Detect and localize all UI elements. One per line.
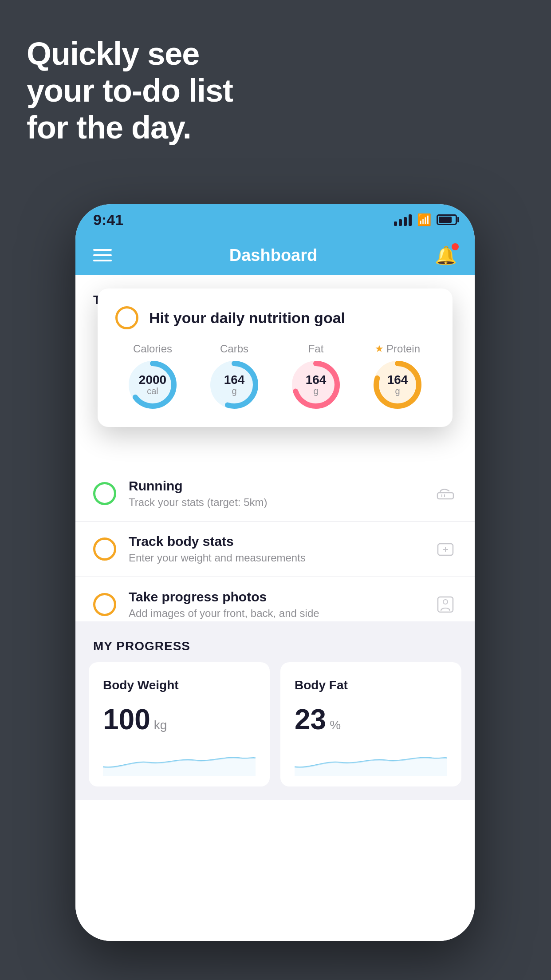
phone-frame: 9:41 📶 Dashboard 🔔 THINGS TO DO TODAY (75, 204, 475, 941)
todo-subtitle: Enter your weight and measurements (129, 552, 306, 564)
nutrition-card-title: Hit your daily nutrition goal (149, 309, 345, 327)
status-time: 9:41 (93, 211, 123, 229)
metric-label: Calories (133, 343, 172, 355)
headline-line2: your to-do list (27, 73, 233, 108)
progress-number: 100 (103, 703, 150, 736)
donut-center: 2000 cal (139, 374, 166, 396)
nutrition-metric: Fat 164 g (291, 343, 340, 409)
progress-unit: kg (154, 718, 167, 732)
donut-unit: g (306, 386, 327, 396)
progress-card[interactable]: Body Weight 100 kg (89, 662, 270, 786)
app-content: THINGS TO DO TODAY Hit your daily nutrit… (75, 275, 475, 941)
donut-value: 164 (306, 374, 327, 386)
battery-icon (437, 214, 457, 225)
metric-label: Carbs (220, 343, 248, 355)
progress-value: 23 % (295, 703, 447, 736)
nav-bar: Dashboard 🔔 (75, 235, 475, 275)
nutrition-metric: Calories 2000 cal (128, 343, 177, 409)
todo-icon (434, 482, 457, 505)
star-icon: ★ (375, 343, 384, 355)
donut-center: 164 g (387, 374, 408, 396)
todo-title: Running (129, 478, 268, 494)
svg-point-15 (443, 600, 448, 604)
donut-chart: 2000 cal (128, 360, 177, 409)
nutrition-check-circle[interactable] (115, 306, 138, 329)
todo-subtitle: Add images of your front, back, and side (129, 607, 319, 620)
progress-cards: Body Weight 100 kg Body Fat 23 % (75, 662, 475, 800)
donut-value: 2000 (139, 374, 166, 386)
metric-label: Fat (308, 343, 324, 355)
donut-center: 164 g (224, 374, 245, 396)
donut-center: 164 g (306, 374, 327, 396)
todo-text: Track body stats Enter your weight and m… (129, 534, 306, 564)
todo-icon (434, 593, 457, 616)
progress-card-title: Body Fat (295, 678, 447, 692)
todo-text: Running Track your stats (target: 5km) (129, 478, 268, 509)
hamburger-menu[interactable] (93, 249, 112, 261)
donut-chart: 164 g (210, 360, 259, 409)
metric-label: ★Protein (375, 343, 420, 355)
donut-unit: g (224, 386, 245, 396)
todo-title: Track body stats (129, 534, 306, 549)
headline: Quickly see your to-do list for the day. (27, 36, 233, 146)
chart-area (295, 745, 447, 776)
donut-chart: 164 g (373, 360, 422, 409)
nav-title: Dashboard (229, 246, 317, 265)
progress-header: MY PROGRESS (75, 621, 475, 662)
notification-bell-icon[interactable]: 🔔 (435, 245, 457, 266)
notification-dot (452, 243, 459, 250)
nutrition-metric: ★Protein 164 g (373, 343, 422, 409)
todo-check-circle[interactable] (93, 537, 116, 561)
status-bar: 9:41 📶 (75, 204, 475, 235)
donut-chart: 164 g (291, 360, 340, 409)
headline-line1: Quickly see (27, 36, 199, 71)
progress-card[interactable]: Body Fat 23 % (280, 662, 461, 786)
donut-value: 164 (387, 374, 408, 386)
todo-item[interactable]: Running Track your stats (target: 5km) (75, 466, 475, 522)
donut-unit: cal (139, 386, 166, 396)
todo-check-circle[interactable] (93, 482, 116, 505)
todo-title: Take progress photos (129, 589, 319, 605)
todo-list: Running Track your stats (target: 5km) T… (75, 466, 475, 632)
headline-line3: for the day. (27, 110, 191, 145)
todo-check-circle[interactable] (93, 593, 116, 616)
nutrition-metric: Carbs 164 g (210, 343, 259, 409)
nutrition-card-title-row: Hit your daily nutrition goal (115, 306, 435, 329)
nutrition-card: Hit your daily nutrition goal Calories 2… (98, 288, 453, 427)
todo-icon (434, 537, 457, 561)
donut-unit: g (387, 386, 408, 396)
nutrition-metrics: Calories 2000 cal Carbs 164 g Fat 164 g … (115, 343, 435, 409)
status-icons: 📶 (394, 213, 457, 227)
progress-card-title: Body Weight (103, 678, 256, 692)
svg-rect-8 (437, 493, 453, 499)
progress-number: 23 (295, 703, 326, 736)
wifi-icon: 📶 (417, 213, 431, 227)
todo-item[interactable]: Track body stats Enter your weight and m… (75, 522, 475, 577)
progress-value: 100 kg (103, 703, 256, 736)
todo-subtitle: Track your stats (target: 5km) (129, 496, 268, 509)
progress-section: MY PROGRESS Body Weight 100 kg Body Fat … (75, 621, 475, 800)
progress-unit: % (330, 718, 341, 732)
todo-text: Take progress photos Add images of your … (129, 589, 319, 620)
donut-value: 164 (224, 374, 245, 386)
chart-area (103, 745, 256, 776)
signal-icon (394, 213, 412, 226)
